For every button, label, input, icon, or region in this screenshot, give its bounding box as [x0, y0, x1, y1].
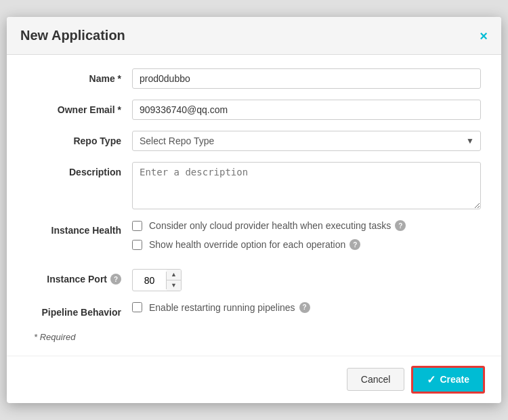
description-input[interactable] — [132, 162, 481, 209]
health-option1-row: Consider only cloud provider health when… — [132, 220, 481, 231]
pipeline-option1-label: Enable restarting running pipelines — [149, 302, 295, 313]
modal-footer: Cancel ✓ Create — [7, 356, 501, 403]
health-option2-label: Show health override option for each ope… — [149, 239, 345, 250]
pipeline-behavior-options: Enable restarting running pipelines ? — [132, 302, 481, 321]
health-option1-help-icon[interactable]: ? — [395, 220, 406, 231]
pipeline-option1-checkbox[interactable] — [132, 302, 142, 312]
owner-email-label: Owner Email * — [27, 100, 132, 115]
modal-header: New Application × — [7, 17, 501, 55]
port-spinners: ▲ ▼ — [167, 270, 181, 291]
modal-title: New Application — [20, 28, 125, 43]
health-option1-checkbox[interactable] — [132, 221, 142, 231]
repo-type-row: Repo Type Select Repo Type Git SVN GitHu… — [27, 131, 481, 151]
new-application-modal: New Application × Name * Owner Email * R… — [7, 17, 501, 403]
create-button[interactable]: ✓ Create — [411, 366, 485, 394]
instance-health-options: Consider only cloud provider health when… — [132, 220, 481, 258]
health-option2-help-icon[interactable]: ? — [350, 239, 360, 250]
port-decrement-button[interactable]: ▼ — [167, 280, 181, 291]
required-note: * Required — [27, 332, 481, 342]
port-value: 80 — [133, 272, 167, 289]
instance-port-help-icon[interactable]: ? — [110, 274, 121, 285]
port-increment-button[interactable]: ▲ — [167, 270, 181, 280]
health-option1-label: Consider only cloud provider health when… — [149, 220, 391, 231]
pipeline-behavior-label: Pipeline Behavior — [27, 302, 132, 318]
modal-overlay: New Application × Name * Owner Email * R… — [0, 0, 508, 420]
instance-port-label: Instance Port — [47, 274, 107, 285]
create-label: Create — [440, 374, 469, 385]
close-button[interactable]: × — [480, 29, 488, 43]
description-row: Description — [27, 162, 481, 209]
port-spinner: 80 ▲ ▼ — [132, 269, 182, 291]
instance-health-label: Instance Health — [27, 220, 132, 236]
modal-body: Name * Owner Email * Repo Type Select Re… — [7, 55, 501, 356]
instance-port-control: 80 ▲ ▼ — [132, 269, 182, 291]
health-option2-row: Show health override option for each ope… — [132, 239, 481, 250]
repo-type-label: Repo Type — [27, 131, 132, 146]
instance-port-label-with-help: Instance Port ? — [27, 274, 121, 285]
name-label: Name * — [27, 68, 132, 84]
pipeline-option1-help-icon[interactable]: ? — [299, 302, 310, 313]
owner-email-row: Owner Email * — [27, 100, 481, 120]
owner-email-input[interactable] — [132, 100, 481, 120]
health-option2-checkbox[interactable] — [132, 240, 142, 250]
repo-type-select-wrapper: Select Repo Type Git SVN GitHub ▼ — [132, 131, 481, 151]
repo-type-select[interactable]: Select Repo Type Git SVN GitHub — [132, 131, 481, 151]
instance-port-label-wrapper: Instance Port ? — [27, 269, 132, 285]
name-row: Name * — [27, 68, 481, 89]
name-input[interactable] — [132, 68, 481, 89]
pipeline-option1-row: Enable restarting running pipelines ? — [132, 302, 481, 313]
instance-port-row: Instance Port ? 80 ▲ ▼ — [27, 269, 481, 291]
description-label: Description — [27, 162, 132, 177]
cancel-button[interactable]: Cancel — [347, 368, 405, 391]
create-check-icon: ✓ — [427, 373, 436, 386]
pipeline-behavior-row: Pipeline Behavior Enable restarting runn… — [27, 302, 481, 321]
instance-health-row: Instance Health Consider only cloud prov… — [27, 220, 481, 258]
